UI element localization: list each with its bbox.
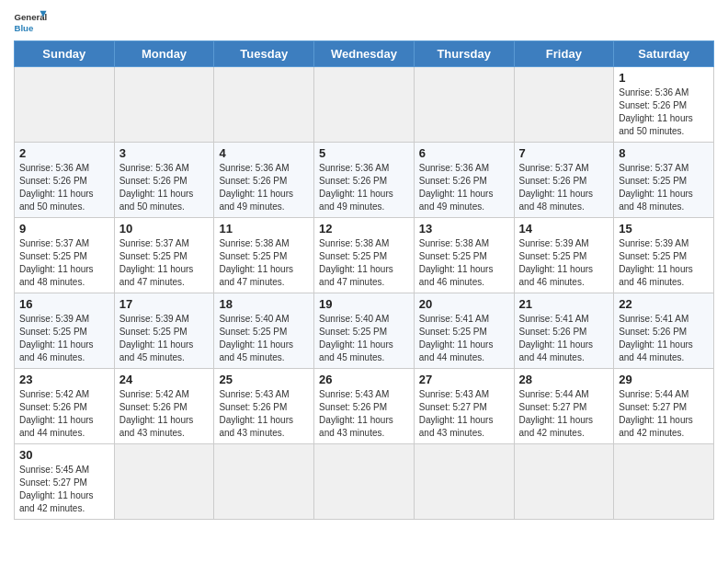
weekday-header-sunday: Sunday: [15, 41, 115, 67]
calendar-cell: 23Sunrise: 5:42 AM Sunset: 5:26 PM Dayli…: [15, 369, 115, 444]
day-info: Sunrise: 5:37 AM Sunset: 5:25 PM Dayligh…: [19, 237, 109, 289]
day-info: Sunrise: 5:38 AM Sunset: 5:25 PM Dayligh…: [219, 237, 309, 289]
day-number: 4: [219, 146, 309, 160]
day-info: Sunrise: 5:38 AM Sunset: 5:25 PM Dayligh…: [419, 237, 509, 289]
calendar-table: SundayMondayTuesdayWednesdayThursdayFrid…: [14, 40, 714, 520]
day-number: 16: [19, 297, 109, 311]
calendar-week-6: 30Sunrise: 5:45 AM Sunset: 5:27 PM Dayli…: [15, 444, 714, 520]
day-info: Sunrise: 5:43 AM Sunset: 5:26 PM Dayligh…: [219, 388, 309, 440]
weekday-header-row: SundayMondayTuesdayWednesdayThursdayFrid…: [15, 41, 714, 67]
page-header: General Blue: [14, 9, 714, 35]
day-number: 6: [419, 146, 509, 160]
calendar-cell: 17Sunrise: 5:39 AM Sunset: 5:25 PM Dayli…: [114, 293, 214, 369]
calendar-week-4: 16Sunrise: 5:39 AM Sunset: 5:25 PM Dayli…: [15, 293, 714, 369]
calendar-cell: 9Sunrise: 5:37 AM Sunset: 5:25 PM Daylig…: [15, 218, 115, 293]
calendar-cell: 8Sunrise: 5:37 AM Sunset: 5:25 PM Daylig…: [614, 143, 714, 218]
day-info: Sunrise: 5:41 AM Sunset: 5:25 PM Dayligh…: [419, 313, 509, 364]
calendar-cell: [414, 67, 514, 143]
weekday-header-thursday: Thursday: [414, 41, 514, 67]
day-number: 2: [19, 146, 109, 160]
day-info: Sunrise: 5:40 AM Sunset: 5:25 PM Dayligh…: [219, 313, 309, 364]
day-info: Sunrise: 5:44 AM Sunset: 5:27 PM Dayligh…: [619, 388, 709, 440]
svg-text:Blue: Blue: [15, 23, 34, 33]
day-number: 22: [619, 297, 709, 311]
weekday-header-wednesday: Wednesday: [314, 41, 415, 67]
day-info: Sunrise: 5:37 AM Sunset: 5:25 PM Dayligh…: [619, 162, 709, 213]
weekday-header-monday: Monday: [114, 41, 214, 67]
calendar-cell: 2Sunrise: 5:36 AM Sunset: 5:26 PM Daylig…: [15, 143, 115, 218]
calendar-cell: 29Sunrise: 5:44 AM Sunset: 5:27 PM Dayli…: [614, 369, 714, 444]
day-number: 25: [219, 373, 309, 386]
day-info: Sunrise: 5:37 AM Sunset: 5:26 PM Dayligh…: [519, 162, 609, 213]
calendar-cell: 11Sunrise: 5:38 AM Sunset: 5:25 PM Dayli…: [214, 218, 314, 293]
day-info: Sunrise: 5:45 AM Sunset: 5:27 PM Dayligh…: [19, 464, 109, 515]
day-info: Sunrise: 5:39 AM Sunset: 5:25 PM Dayligh…: [519, 237, 609, 289]
calendar-cell: [314, 67, 415, 143]
calendar-cell: 28Sunrise: 5:44 AM Sunset: 5:27 PM Dayli…: [514, 369, 614, 444]
calendar-cell: [114, 67, 214, 143]
day-info: Sunrise: 5:43 AM Sunset: 5:26 PM Dayligh…: [319, 388, 409, 440]
day-info: Sunrise: 5:41 AM Sunset: 5:26 PM Dayligh…: [619, 313, 709, 364]
calendar-cell: 20Sunrise: 5:41 AM Sunset: 5:25 PM Dayli…: [414, 293, 514, 369]
day-number: 18: [219, 297, 309, 311]
day-number: 8: [619, 146, 709, 160]
calendar-cell: 15Sunrise: 5:39 AM Sunset: 5:25 PM Dayli…: [614, 218, 714, 293]
day-info: Sunrise: 5:36 AM Sunset: 5:26 PM Dayligh…: [119, 162, 210, 213]
calendar-cell: 13Sunrise: 5:38 AM Sunset: 5:25 PM Dayli…: [414, 218, 514, 293]
day-info: Sunrise: 5:36 AM Sunset: 5:26 PM Dayligh…: [619, 86, 709, 138]
day-number: 14: [519, 222, 609, 236]
day-info: Sunrise: 5:39 AM Sunset: 5:25 PM Dayligh…: [19, 313, 109, 364]
day-number: 10: [119, 222, 210, 236]
calendar-cell: 4Sunrise: 5:36 AM Sunset: 5:26 PM Daylig…: [214, 143, 314, 218]
weekday-header-tuesday: Tuesday: [214, 41, 314, 67]
day-number: 17: [119, 297, 210, 311]
day-info: Sunrise: 5:36 AM Sunset: 5:26 PM Dayligh…: [219, 162, 309, 213]
calendar-cell: 1Sunrise: 5:36 AM Sunset: 5:26 PM Daylig…: [614, 67, 714, 143]
day-number: 13: [419, 222, 509, 236]
calendar-cell: 16Sunrise: 5:39 AM Sunset: 5:25 PM Dayli…: [15, 293, 115, 369]
calendar-cell: [614, 444, 714, 520]
day-info: Sunrise: 5:39 AM Sunset: 5:25 PM Dayligh…: [619, 237, 709, 289]
calendar-cell: 14Sunrise: 5:39 AM Sunset: 5:25 PM Dayli…: [514, 218, 614, 293]
day-info: Sunrise: 5:41 AM Sunset: 5:26 PM Dayligh…: [519, 313, 609, 364]
calendar-cell: [214, 67, 314, 143]
day-number: 1: [619, 71, 709, 85]
day-number: 12: [319, 222, 409, 236]
day-number: 9: [19, 222, 109, 236]
day-info: Sunrise: 5:44 AM Sunset: 5:27 PM Dayligh…: [519, 388, 609, 440]
day-number: 5: [319, 146, 409, 160]
weekday-header-friday: Friday: [514, 41, 614, 67]
calendar-cell: 30Sunrise: 5:45 AM Sunset: 5:27 PM Dayli…: [15, 444, 115, 520]
calendar-cell: [214, 444, 314, 520]
calendar-cell: [414, 444, 514, 520]
calendar-cell: 27Sunrise: 5:43 AM Sunset: 5:27 PM Dayli…: [414, 369, 514, 444]
calendar-week-2: 2Sunrise: 5:36 AM Sunset: 5:26 PM Daylig…: [15, 143, 714, 218]
day-number: 28: [519, 373, 609, 386]
calendar-cell: 12Sunrise: 5:38 AM Sunset: 5:25 PM Dayli…: [314, 218, 415, 293]
weekday-header-saturday: Saturday: [614, 41, 714, 67]
calendar-cell: 3Sunrise: 5:36 AM Sunset: 5:26 PM Daylig…: [114, 143, 214, 218]
calendar-cell: [314, 444, 415, 520]
day-number: 21: [519, 297, 609, 311]
day-info: Sunrise: 5:36 AM Sunset: 5:26 PM Dayligh…: [319, 162, 409, 213]
calendar-cell: 19Sunrise: 5:40 AM Sunset: 5:25 PM Dayli…: [314, 293, 415, 369]
calendar-cell: 10Sunrise: 5:37 AM Sunset: 5:25 PM Dayli…: [114, 218, 214, 293]
calendar-cell: 5Sunrise: 5:36 AM Sunset: 5:26 PM Daylig…: [314, 143, 415, 218]
day-info: Sunrise: 5:37 AM Sunset: 5:25 PM Dayligh…: [119, 237, 210, 289]
day-info: Sunrise: 5:36 AM Sunset: 5:26 PM Dayligh…: [419, 162, 509, 213]
day-info: Sunrise: 5:38 AM Sunset: 5:25 PM Dayligh…: [319, 237, 409, 289]
day-info: Sunrise: 5:42 AM Sunset: 5:26 PM Dayligh…: [19, 388, 109, 440]
calendar-cell: 7Sunrise: 5:37 AM Sunset: 5:26 PM Daylig…: [514, 143, 614, 218]
day-number: 20: [419, 297, 509, 311]
calendar-week-1: 1Sunrise: 5:36 AM Sunset: 5:26 PM Daylig…: [15, 67, 714, 143]
day-number: 30: [19, 448, 109, 462]
day-number: 19: [319, 297, 409, 311]
day-info: Sunrise: 5:43 AM Sunset: 5:27 PM Dayligh…: [419, 388, 509, 440]
calendar-cell: 18Sunrise: 5:40 AM Sunset: 5:25 PM Dayli…: [214, 293, 314, 369]
calendar-cell: 25Sunrise: 5:43 AM Sunset: 5:26 PM Dayli…: [214, 369, 314, 444]
day-info: Sunrise: 5:40 AM Sunset: 5:25 PM Dayligh…: [319, 313, 409, 364]
day-number: 3: [119, 146, 210, 160]
day-number: 15: [619, 222, 709, 236]
day-number: 23: [19, 373, 109, 386]
generalblue-logo-icon: General Blue: [14, 9, 47, 35]
